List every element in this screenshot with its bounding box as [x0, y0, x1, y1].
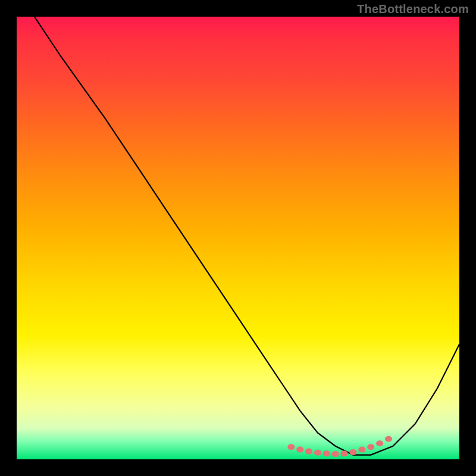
marker-dot [349, 449, 356, 455]
marker-dot [314, 450, 321, 456]
marker-dot [367, 444, 374, 450]
marker-dot [332, 451, 339, 457]
bottleneck-curve-path [35, 17, 459, 455]
watermark-text: TheBottleneck.com [357, 2, 469, 16]
marker-dot [341, 450, 348, 456]
marker-dot [358, 447, 365, 453]
marker-group [287, 436, 392, 457]
marker-dot [287, 444, 295, 450]
chart-svg [17, 17, 459, 459]
marker-dot [296, 447, 303, 453]
marker-dot [305, 449, 312, 455]
marker-dot [385, 436, 392, 442]
marker-dot [323, 450, 330, 456]
plot-area [17, 17, 459, 459]
marker-dot [376, 440, 383, 446]
